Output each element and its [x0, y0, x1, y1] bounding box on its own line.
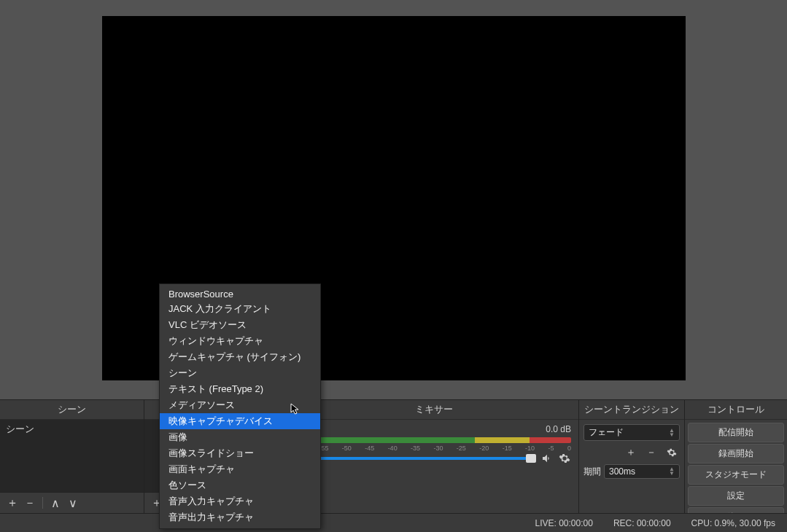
status-bar: LIVE: 00:00:00 REC: 00:00:00 CPU: 0.9%, … — [0, 513, 787, 532]
remove-scene-button[interactable]: － — [22, 496, 38, 510]
mixer-body: 0.0 dB -60-55-50-45-40-35-30-25-20-15-10… — [289, 420, 578, 513]
scene-down-button[interactable]: ∨ — [65, 496, 81, 510]
scene-item[interactable]: シーン — [0, 420, 144, 439]
transition-value: フェード — [589, 426, 624, 439]
scenes-header: シーン — [0, 400, 144, 420]
source-type-item[interactable]: ウィンドウキャプチャ — [160, 333, 320, 349]
source-type-item[interactable]: 色ソース — [160, 477, 320, 493]
start-record-button[interactable]: 録画開始 — [688, 444, 784, 463]
scenes-list[interactable]: シーン — [0, 420, 144, 492]
scenes-toolbar: ＋ － ∧ ∨ — [0, 492, 144, 513]
source-type-item[interactable]: 画像 — [160, 429, 320, 445]
source-type-item[interactable]: 音声入力キャプチャ — [160, 493, 320, 509]
chevron-updown-icon: ▲▼ — [669, 467, 675, 476]
speaker-icon[interactable] — [540, 452, 554, 465]
source-type-item[interactable]: JACK 入力クライアント — [160, 301, 320, 317]
start-stream-button[interactable]: 配信開始 — [688, 423, 784, 442]
source-type-item[interactable]: 音声出力キャプチャ — [160, 509, 320, 525]
source-type-item[interactable]: メディアソース — [160, 397, 320, 413]
chevron-updown-icon: ▲▼ — [669, 429, 675, 437]
transition-select[interactable]: フェード ▲▼ — [584, 424, 680, 441]
duration-label: 期間 — [584, 466, 601, 478]
mixer-header: ミキサー — [289, 400, 578, 420]
duration-value: 300ms — [609, 466, 635, 477]
source-type-item[interactable]: 画面キャプチャ — [160, 461, 320, 477]
status-rec: REC: 00:00:00 — [613, 518, 671, 528]
audio-meter: -60-55-50-45-40-35-30-25-20-15-10-50 — [296, 437, 571, 443]
studio-mode-button[interactable]: スタジオモード — [688, 465, 784, 485]
remove-transition-button[interactable]: － — [643, 445, 659, 460]
source-type-item[interactable]: 映像キャプチャデバイス — [160, 413, 320, 429]
mixer-channel: 0.0 dB -60-55-50-45-40-35-30-25-20-15-10… — [289, 420, 578, 469]
scenes-panel: シーン シーン ＋ － ∧ ∨ — [0, 400, 144, 513]
controls-header: コントロール — [685, 400, 787, 420]
transitions-panel: シーントランジション フェード ▲▼ ＋ － 期間 300ms ▲▼ — [579, 400, 685, 513]
source-type-item[interactable]: テキスト (FreeType 2) — [160, 381, 320, 397]
volume-slider[interactable] — [296, 457, 536, 460]
duration-input[interactable]: 300ms ▲▼ — [604, 464, 680, 479]
meter-ticks: -60-55-50-45-40-35-30-25-20-15-10-50 — [296, 445, 571, 452]
preview-area — [0, 0, 787, 399]
panels-row: シーン シーン ＋ － ∧ ∨ ソース ＋ － ∧ ∨ ミキサー — [0, 399, 787, 513]
source-type-item[interactable]: VLC ビデオソース — [160, 317, 320, 333]
source-type-item[interactable]: ゲームキャプチャ (サイフォン) — [160, 349, 320, 365]
gear-icon — [667, 447, 677, 458]
mixer-panel: ミキサー 0.0 dB -60-55-50-45-40-35-30-25-20-… — [289, 400, 579, 513]
scene-up-button[interactable]: ∧ — [47, 496, 63, 510]
add-scene-button[interactable]: ＋ — [4, 496, 20, 510]
source-type-item[interactable]: シーン — [160, 365, 320, 381]
add-source-menu[interactable]: BrowserSourceJACK 入力クライアントVLC ビデオソースウィンド… — [159, 283, 321, 529]
transitions-header: シーントランジション — [579, 400, 684, 420]
status-cpu: CPU: 0.9%, 30.00 fps — [691, 518, 775, 528]
mixer-db-value: 0.0 dB — [546, 424, 571, 434]
settings-button[interactable]: 設定 — [688, 486, 784, 506]
source-type-item[interactable]: BrowserSource — [160, 287, 320, 301]
add-transition-button[interactable]: ＋ — [623, 445, 639, 460]
mixer-settings-button[interactable] — [558, 452, 571, 465]
source-type-item[interactable]: 画像スライドショー — [160, 445, 320, 461]
transition-settings-button[interactable] — [664, 445, 680, 460]
transitions-body: フェード ▲▼ ＋ － 期間 300ms ▲▼ — [579, 420, 684, 483]
status-live: LIVE: 00:00:00 — [535, 518, 592, 528]
controls-panel: コントロール 配信開始 録画開始 スタジオモード 設定 終了 — [685, 400, 787, 513]
